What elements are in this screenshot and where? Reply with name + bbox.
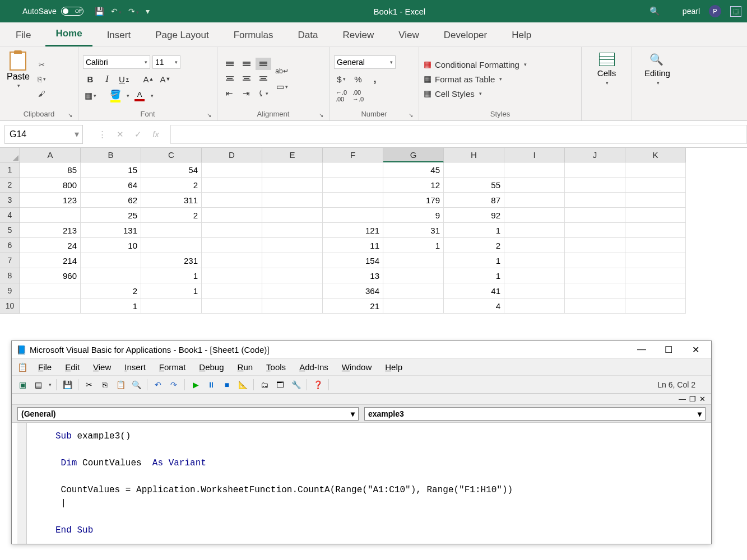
vba-menu-insert[interactable]: Insert <box>119 361 151 373</box>
vba-menu-debug[interactable]: Debug <box>193 361 229 373</box>
cell[interactable] <box>202 253 262 268</box>
paste-button[interactable]: Paste ▾ <box>4 49 32 109</box>
cell[interactable] <box>20 298 81 314</box>
cell[interactable] <box>262 238 323 253</box>
copy-icon[interactable]: ⎘▾ <box>35 73 49 85</box>
font-size-select[interactable]: 11▾ <box>152 55 180 69</box>
col-header-H[interactable]: H <box>444 148 504 162</box>
cell[interactable] <box>262 253 323 268</box>
cell[interactable]: 55 <box>444 178 504 193</box>
cell[interactable]: 25 <box>81 208 141 223</box>
cell[interactable]: 15 <box>81 162 141 178</box>
cell[interactable] <box>202 208 262 223</box>
view-excel-icon[interactable]: ▣ <box>16 379 29 391</box>
project-explorer-icon[interactable]: 🗂 <box>258 379 271 391</box>
col-header-G[interactable]: G <box>383 148 444 162</box>
cell[interactable] <box>141 238 202 253</box>
autosave-toggle[interactable]: AutoSave Off <box>22 7 83 16</box>
cell[interactable] <box>565 268 625 283</box>
cell[interactable]: 87 <box>444 193 504 208</box>
cell[interactable] <box>202 193 262 208</box>
cell[interactable] <box>202 238 262 253</box>
design-mode-icon[interactable]: 📐 <box>236 379 249 391</box>
cell[interactable] <box>625 283 686 298</box>
comma-format-button[interactable]: , <box>368 72 382 86</box>
row-header-1[interactable]: 1 <box>0 162 20 178</box>
close-button[interactable]: ✕ <box>684 344 707 355</box>
tab-formulas[interactable]: Formulas <box>224 24 284 46</box>
vba-menu-add-ins[interactable]: Add-Ins <box>294 361 334 373</box>
cell[interactable] <box>504 283 565 298</box>
undo-icon[interactable]: ↶▾ <box>111 7 122 16</box>
cell[interactable]: 2 <box>81 283 141 298</box>
cell[interactable]: 12 <box>383 178 444 193</box>
increase-font-button[interactable]: A▲ <box>141 72 156 86</box>
row-header-6[interactable]: 6 <box>0 238 20 253</box>
cell[interactable]: 960 <box>20 268 81 283</box>
align-left-button[interactable] <box>222 72 238 85</box>
bold-button[interactable]: B <box>83 72 98 86</box>
cell[interactable] <box>625 178 686 193</box>
vba-procedure-select[interactable]: example3▾ <box>364 407 706 421</box>
cell[interactable] <box>504 223 565 238</box>
cell[interactable]: 24 <box>20 238 81 253</box>
cell[interactable] <box>383 268 444 283</box>
align-right-button[interactable] <box>256 72 271 85</box>
cell[interactable]: 179 <box>383 193 444 208</box>
accounting-format-button[interactable]: $▾ <box>334 72 349 86</box>
cell[interactable]: 41 <box>444 283 504 298</box>
user-avatar[interactable]: P <box>709 5 721 17</box>
cell[interactable] <box>262 223 323 238</box>
redo-icon[interactable]: ↷ <box>168 379 180 391</box>
underline-button[interactable]: U▾ <box>117 72 131 86</box>
child-close-button[interactable]: ✕ <box>699 395 706 403</box>
vba-menu-help[interactable]: Help <box>379 361 408 373</box>
insert-module-icon[interactable]: ▤ <box>32 379 44 391</box>
tab-page-layout[interactable]: Page Layout <box>145 24 219 46</box>
cell[interactable]: 213 <box>20 223 81 238</box>
wrap-text-button[interactable]: ab↵ <box>275 64 289 78</box>
cell[interactable]: 364 <box>323 283 383 298</box>
fx-icon[interactable]: fx <box>147 126 165 143</box>
cell[interactable] <box>565 283 625 298</box>
cancel-icon[interactable]: ✕ <box>111 126 129 143</box>
break-icon[interactable]: ⏸ <box>205 379 217 391</box>
cell[interactable] <box>20 283 81 298</box>
row-header-8[interactable]: 8 <box>0 268 20 283</box>
col-header-K[interactable]: K <box>625 148 686 162</box>
tab-file[interactable]: File <box>6 24 41 46</box>
cell[interactable]: 1 <box>141 283 202 298</box>
cut-icon[interactable]: ✂ <box>35 58 49 71</box>
cell[interactable]: 64 <box>81 178 141 193</box>
cell[interactable] <box>565 253 625 268</box>
cell[interactable] <box>262 162 323 178</box>
row-header-9[interactable]: 9 <box>0 283 20 298</box>
cell[interactable]: 214 <box>20 253 81 268</box>
cell[interactable] <box>565 162 625 178</box>
tab-insert[interactable]: Insert <box>97 24 141 46</box>
cell[interactable] <box>81 268 141 283</box>
cell[interactable] <box>625 162 686 178</box>
cell[interactable] <box>504 162 565 178</box>
cell[interactable] <box>565 193 625 208</box>
copy-icon[interactable]: ⎘ <box>99 379 111 391</box>
customize-qat-icon[interactable]: ▾ <box>146 7 150 16</box>
vba-menu-edit[interactable]: Edit <box>59 361 85 373</box>
cell[interactable] <box>504 193 565 208</box>
cell[interactable]: 2 <box>141 178 202 193</box>
cell[interactable] <box>141 298 202 314</box>
cell[interactable] <box>504 253 565 268</box>
vba-menu-view[interactable]: View <box>87 361 117 373</box>
cell[interactable] <box>504 238 565 253</box>
vba-object-select[interactable]: (General)▾ <box>17 407 359 421</box>
cell[interactable] <box>323 178 383 193</box>
save-icon[interactable]: 💾 <box>61 379 73 391</box>
cell[interactable]: 21 <box>323 298 383 314</box>
cell[interactable] <box>504 208 565 223</box>
cell[interactable]: 85 <box>20 162 81 178</box>
increase-indent-button[interactable]: ⇥ <box>239 87 253 100</box>
cell[interactable] <box>565 298 625 314</box>
dialog-launcher-icon[interactable]: ↘ <box>68 112 72 118</box>
cell[interactable] <box>504 268 565 283</box>
row-header-5[interactable]: 5 <box>0 223 20 238</box>
